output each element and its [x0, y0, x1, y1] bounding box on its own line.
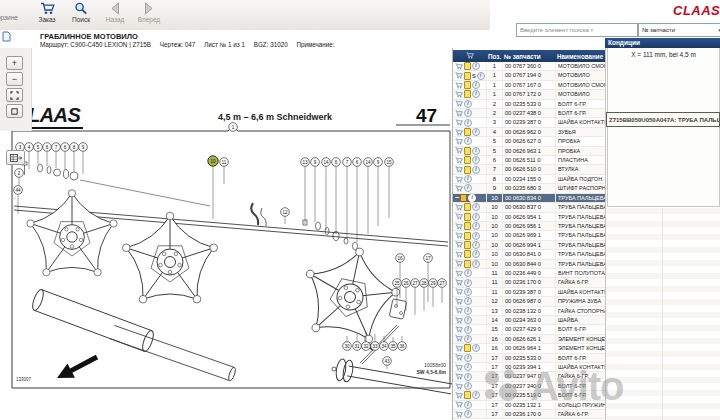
cart-icon[interactable]	[455, 166, 463, 173]
forward-button[interactable]: Вперед	[132, 2, 166, 23]
info-icon[interactable]: i	[464, 175, 472, 183]
document-flag-icon[interactable]	[464, 72, 471, 80]
cart-icon[interactable]	[455, 364, 463, 371]
cart-icon[interactable]	[455, 373, 463, 380]
document-flag-icon[interactable]	[464, 62, 471, 70]
table-row[interactable]: i1600 0626 626 1ЭЛЕМЕНТ КОНЦЕВОЙ	[453, 335, 605, 344]
table-row[interactable]: i1000 0630 844 0ТРУБА ПАЛЬЦЕВАЯ	[453, 260, 605, 269]
document-flag-icon[interactable]	[464, 166, 471, 174]
cart-icon[interactable]	[455, 213, 463, 220]
table-row[interactable]: i1700 0237 947 0ГАЙКА 6-ГР.	[453, 372, 605, 381]
document-flag-icon[interactable]	[464, 90, 471, 98]
document-flag-icon[interactable]	[464, 344, 471, 352]
info-icon[interactable]: i	[464, 316, 472, 324]
info-icon[interactable]: i	[472, 250, 480, 258]
panel-toggle-button[interactable]	[6, 150, 25, 165]
cart-icon[interactable]	[455, 204, 463, 211]
table-row[interactable]: i1700 0235 132 1КОЛЬЦО ПРУЖИННОЕ	[453, 401, 605, 410]
document-flag-icon[interactable]	[464, 203, 471, 211]
info-icon[interactable]: i	[472, 81, 480, 89]
info-icon[interactable]: i	[464, 354, 472, 362]
cart-icon[interactable]	[455, 354, 463, 361]
collapse-icon[interactable]: −	[455, 195, 459, 201]
cart-icon[interactable]	[455, 91, 463, 98]
info-icon[interactable]: i	[464, 326, 472, 334]
cart-icon[interactable]	[455, 279, 463, 286]
table-row[interactable]: i300 0239 387 0ШАЙБА КОНТАКТНАЯ	[453, 118, 605, 127]
table-row[interactable]: i200 0237 438 0БОЛТ 6-ГР.	[453, 109, 605, 118]
info-icon[interactable]: i	[472, 241, 480, 249]
table-row[interactable]: i100 0767 360 0МОТОВИЛО СМОНТ.	[453, 62, 605, 71]
table-row[interactable]: i1000 0626 994 1ТРУБА ПАЛЬЦЕВАЯ	[453, 241, 605, 250]
search-input[interactable]	[516, 23, 638, 37]
cart-icon[interactable]	[455, 223, 463, 230]
table-row[interactable]: i700 0626 510 0ВТУЛКА	[453, 165, 605, 174]
table-row[interactable]: i1100 0239 387 0ШАЙБА КОНТАКТНАЯ	[453, 288, 605, 297]
table-row[interactable]: i1700 0236 170 0ГАЙКА 6-ГР.	[453, 410, 605, 419]
info-icon[interactable]: i	[464, 137, 472, 145]
cart-icon[interactable]	[455, 232, 463, 239]
actual-size-button[interactable]	[6, 104, 23, 118]
cart-icon[interactable]	[455, 176, 463, 183]
info-icon[interactable]: i	[472, 232, 480, 240]
info-icon[interactable]: i	[464, 401, 472, 409]
info-icon[interactable]: i	[464, 100, 472, 108]
search-button[interactable]: Поиск	[64, 2, 98, 23]
toolbar-button-partial[interactable]: корзине	[0, 2, 30, 21]
drawing-viewer[interactable]: 1345676892441011121391467614915161725262…	[0, 48, 452, 420]
table-row[interactable]: i100 0767 172 0МОТОВИЛО	[453, 90, 605, 99]
info-icon[interactable]: i	[472, 156, 480, 164]
cart-icon[interactable]	[455, 63, 463, 70]
table-row[interactable]: i1600 0626 964 1ЭЛЕМЕНТ КОНЦЕВОЙ	[453, 344, 605, 353]
info-icon[interactable]: i	[477, 72, 485, 80]
table-row[interactable]: i1700 0235 519 0БОЛТ 6-ГР.	[453, 391, 605, 400]
table-row[interactable]: i800 0234 155 0ШАЙБА ПОДГОН.	[453, 175, 605, 184]
table-row[interactable]: i100 0767 167 0МОТОВИЛО СМОНТ.	[453, 81, 605, 90]
table-row[interactable]: i1700 0235 533 0БОЛТ 6-ГР.	[453, 354, 605, 363]
table-row[interactable]: i1000 0626 969 1ТРУБА ПАЛЬЦЕВАЯ	[453, 231, 605, 240]
table-row[interactable]: i1000 0626 954 1ТРУБА ПАЛЬЦЕВАЯ	[453, 213, 605, 222]
document-flag-icon[interactable]	[464, 222, 471, 230]
info-icon[interactable]: i	[472, 203, 480, 211]
table-row[interactable]: −i1000 0630 834 0ТРУБА ПАЛЬЦЕВАЯ	[453, 194, 605, 203]
cart-icon[interactable]	[455, 270, 463, 277]
table-row[interactable]: Si100 0767 194 0МОТОВИЛО	[453, 71, 605, 80]
cart-icon[interactable]	[455, 288, 463, 295]
info-icon[interactable]: i	[472, 222, 480, 230]
document-flag-icon[interactable]	[464, 156, 471, 164]
cart-icon[interactable]	[455, 298, 463, 305]
info-icon[interactable]: i	[472, 260, 480, 268]
cart-icon[interactable]	[455, 241, 463, 248]
info-icon[interactable]: i	[468, 194, 476, 202]
cart-icon[interactable]	[455, 129, 463, 136]
search-type-select[interactable]: № запчасти ▼	[638, 23, 720, 37]
table-row[interactable]: i200 0235 533 0БОЛТ 6-ГР.	[453, 100, 605, 109]
info-icon[interactable]: i	[464, 382, 472, 390]
table-row[interactable]: i500 0626 963 1ПРОБКА	[453, 147, 605, 156]
cart-icon[interactable]	[455, 335, 463, 342]
document-flag-icon[interactable]	[464, 147, 471, 155]
info-icon[interactable]: i	[472, 62, 480, 70]
info-icon[interactable]: i	[464, 335, 472, 343]
table-row[interactable]: i1000 0630 837 0ТРУБА ПАЛЬЦЕВАЯ	[453, 203, 605, 212]
table-row[interactable]: i1500 0237 429 0БОЛТ 6-ГР.	[453, 325, 605, 334]
info-icon[interactable]: i	[472, 213, 480, 221]
cart-icon[interactable]	[455, 392, 463, 399]
cart-icon[interactable]	[455, 260, 463, 267]
zoom-out-button[interactable]: −	[6, 72, 23, 86]
document-flag-icon[interactable]	[460, 194, 467, 202]
document-flag-icon[interactable]	[464, 81, 471, 89]
document-flag-icon[interactable]	[464, 213, 471, 221]
info-icon[interactable]: i	[464, 297, 472, 305]
table-row[interactable]: i400 0626 962 0ЗУБЬЯ	[453, 128, 605, 137]
info-icon[interactable]: i	[472, 391, 480, 399]
info-icon[interactable]: i	[464, 184, 472, 192]
info-icon[interactable]: i	[464, 269, 472, 277]
table-row[interactable]: i500 0626 627 0ПРОБКА	[453, 137, 605, 146]
table-row[interactable]: i1400 0234 363 0ШАЙБА	[453, 316, 605, 325]
table-row[interactable]: i1000 0626 956 1ТРУБА ПАЛЬЦЕВАЯ	[453, 222, 605, 231]
zoom-in-button[interactable]: +	[6, 56, 23, 70]
service-info-icon[interactable]: S	[472, 73, 476, 79]
info-icon[interactable]: i	[464, 363, 472, 371]
info-icon[interactable]: i	[464, 373, 472, 381]
